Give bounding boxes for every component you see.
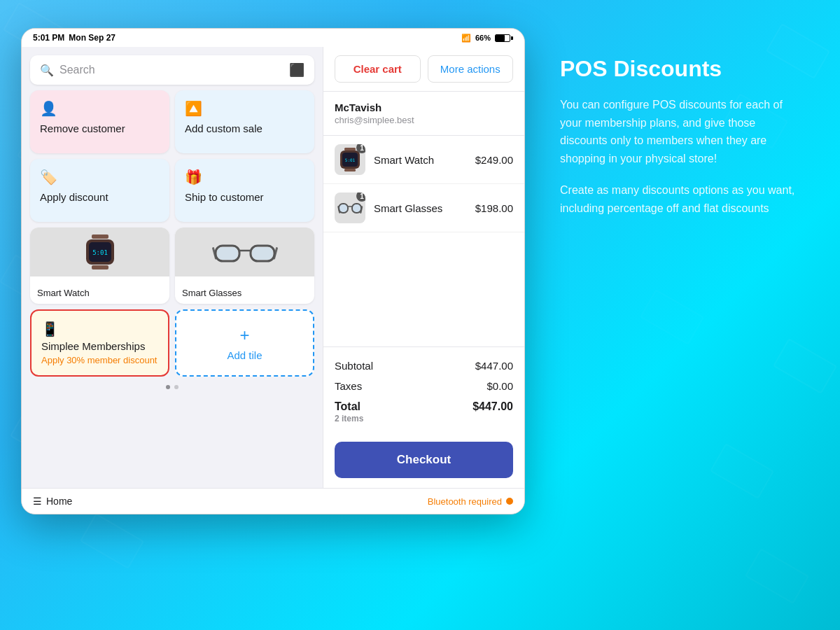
ship-icon: 🎁 (185, 169, 304, 186)
cart-panel: Clear cart More actions McTavish chris@s… (323, 47, 524, 488)
svg-rect-1 (92, 265, 108, 270)
svg-rect-12 (344, 148, 356, 150)
smart-glasses-tile[interactable]: Smart Glasses (175, 227, 314, 304)
pagination-dot-2[interactable] (174, 385, 178, 389)
search-bar[interactable]: 🔍 Search ⬛ (30, 55, 314, 85)
info-paragraph-1: You can configure POS discounts for each… (560, 96, 798, 167)
cart-items-list: 5:01 1 Smart Watch $249.00 (323, 136, 524, 346)
smart-watch-tile[interactable]: 5:01 Smart Watch (30, 227, 169, 304)
search-placeholder[interactable]: Search (59, 64, 284, 76)
add-tile-label: Add tile (227, 349, 262, 361)
more-actions-button[interactable]: More actions (428, 55, 514, 83)
bluetooth-indicator (506, 498, 513, 505)
hamburger-icon: ☰ (33, 496, 42, 507)
left-panel: 🔍 Search ⬛ 👤 Remove customer 🔼 Add custo… (22, 47, 323, 488)
item-qty-badge: 1 (356, 192, 365, 202)
bottom-nav: ☰ Home Bluetooth required (22, 488, 524, 514)
total-value: $447.00 (472, 400, 513, 424)
svg-rect-23 (353, 204, 360, 212)
cart-item-price-watch: $249.00 (475, 154, 513, 166)
pagination-dot-1[interactable] (166, 385, 170, 389)
smart-glasses-label: Smart Glasses (175, 282, 314, 304)
cart-item[interactable]: 1 Smart Glasses $198.00 (323, 184, 524, 232)
membership-icon: 📱 (41, 321, 158, 337)
wifi-icon: 📶 (461, 34, 471, 43)
taxes-row: Taxes $0.00 (335, 376, 513, 396)
item-thumb-watch: 5:01 1 (335, 144, 365, 175)
ship-to-customer-tile[interactable]: 🎁 Ship to customer (175, 159, 314, 222)
total-items-count: 2 items (335, 414, 363, 424)
svg-rect-11 (252, 247, 273, 260)
customer-info: McTavish chris@simplee.best (323, 92, 524, 136)
taxes-value: $0.00 (486, 380, 513, 392)
item-thumb-glasses: 1 (335, 192, 365, 223)
clear-cart-button[interactable]: Clear cart (335, 55, 421, 83)
checkout-button[interactable]: Checkout (335, 442, 513, 478)
ship-to-customer-label: Ship to customer (185, 191, 304, 203)
membership-label: Simplee Memberships (41, 340, 158, 352)
add-tile-tile[interactable]: + Add tile (175, 309, 314, 377)
product-tiles-row3: 5:01 Smart Watch (30, 227, 314, 304)
ipad-container: 5:01 PM Mon Sep 27 📶 66% 🔍 Search ⬛ (21, 28, 525, 514)
home-nav-item[interactable]: ☰ Home (33, 496, 72, 507)
home-nav-label: Home (46, 496, 72, 507)
battery-icon (495, 34, 513, 42)
total-label: Total (335, 400, 363, 413)
item-qty-badge: 1 (356, 144, 365, 153)
subtotal-label: Subtotal (335, 360, 373, 372)
cart-item-name-watch: Smart Watch (374, 154, 467, 166)
plus-icon: + (239, 326, 249, 345)
membership-discount-label: Apply 30% member discount (41, 355, 158, 365)
subtotal-value: $447.00 (475, 360, 513, 372)
apply-discount-tile[interactable]: 🏷️ Apply discount (30, 159, 169, 222)
add-custom-sale-tile[interactable]: 🔼 Add custom sale (175, 90, 314, 153)
customer-email: chris@simplee.best (335, 115, 513, 125)
remove-customer-label: Remove customer (40, 122, 160, 134)
custom-sale-icon: 🔼 (185, 100, 304, 117)
smart-watch-image: 5:01 (30, 227, 169, 276)
svg-rect-10 (217, 247, 238, 260)
status-date: Mon Sep 27 (69, 33, 115, 43)
cart-item-name-glasses: Smart Glasses (374, 202, 467, 214)
action-tiles-row2: 🏷️ Apply discount 🎁 Ship to customer (30, 159, 314, 222)
apply-discount-label: Apply discount (40, 191, 160, 203)
barcode-icon[interactable]: ⬛ (289, 62, 304, 78)
status-time-date: 5:01 PM (33, 33, 64, 43)
battery-percent: 66% (475, 34, 491, 42)
bluetooth-label: Bluetooth required (428, 496, 502, 507)
info-title: POS Discounts (560, 56, 798, 82)
taxes-label: Taxes (335, 380, 362, 392)
cart-header: Clear cart More actions (323, 47, 524, 92)
subtotal-row: Subtotal $447.00 (335, 356, 513, 376)
svg-rect-13 (344, 169, 356, 172)
person-icon: 👤 (40, 100, 160, 117)
svg-rect-0 (92, 234, 108, 239)
remove-customer-tile[interactable]: 👤 Remove customer (30, 90, 169, 153)
smart-glasses-image (175, 227, 314, 276)
pagination (30, 382, 314, 392)
total-row: Total 2 items $447.00 (335, 396, 513, 428)
svg-rect-22 (340, 204, 347, 212)
action-tiles-row1: 👤 Remove customer 🔼 Add custom sale (30, 90, 314, 153)
smart-watch-label: Smart Watch (30, 282, 169, 304)
bluetooth-status: Bluetooth required (428, 496, 513, 507)
cart-item-price-glasses: $198.00 (475, 202, 513, 214)
status-bar: 5:01 PM Mon Sep 27 📶 66% (22, 29, 524, 47)
customer-name: McTavish (335, 102, 513, 113)
cart-totals: Subtotal $447.00 Taxes $0.00 Total 2 ite… (323, 346, 524, 436)
cart-item[interactable]: 5:01 1 Smart Watch $249.00 (323, 136, 524, 184)
svg-text:5:01: 5:01 (345, 158, 356, 162)
special-tiles-row4: 📱 Simplee Memberships Apply 30% member d… (30, 309, 314, 377)
simplee-memberships-tile[interactable]: 📱 Simplee Memberships Apply 30% member d… (30, 309, 169, 377)
info-panel: POS Discounts You can configure POS disc… (546, 28, 819, 246)
info-paragraph-2: Create as many discounts options as you … (560, 181, 798, 217)
discount-icon: 🏷️ (40, 169, 160, 186)
search-icon: 🔍 (40, 64, 54, 77)
svg-text:5:01: 5:01 (92, 249, 108, 256)
add-custom-sale-label: Add custom sale (185, 122, 304, 134)
